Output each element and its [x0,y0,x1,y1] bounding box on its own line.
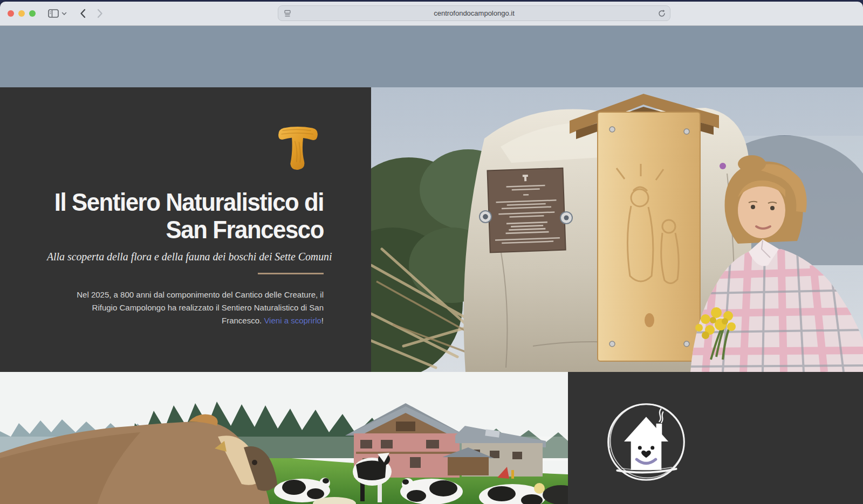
chevron-left-icon [80,9,86,18]
chevron-down-icon [61,12,67,16]
browser-window: centrofondocampolongo.it [0,2,863,504]
hero-section: Il Sentiero Naturalistico di San Frances… [0,87,863,372]
back-button[interactable] [77,8,88,19]
sidebar-menu-chevron[interactable] [61,12,67,16]
page-title: Il Sentiero Naturalistico di San Frances… [32,189,324,243]
accent-rule [258,273,324,274]
trail-marker-photo [371,87,863,372]
hero-intro-panel: Il Sentiero Naturalistico di San Frances… [0,87,371,372]
browser-toolbar: centrofondocampolongo.it [0,2,863,26]
nav-cluster [46,8,106,19]
hero-top-band [0,26,863,87]
hero-subtitle: Alla scoperta della flora e della fauna … [47,250,324,264]
bottom-section [0,372,863,504]
page-settings-icon[interactable] [284,10,291,19]
chevron-right-icon [97,9,103,18]
page-title-line1: Il Sentiero Naturalistico di [32,189,324,216]
rifugio-house-logo-icon [601,397,691,487]
page-title-line2: San Francesco [32,216,324,244]
address-bar[interactable]: centrofondocampolongo.it [278,5,670,21]
sidebar-toggle-button[interactable] [46,8,60,19]
vieni-a-scoprirlo-link[interactable]: Vieni a scoprirlo [264,316,321,325]
refuge-cows-photo [0,372,568,504]
hero-paragraph-end: ! [321,316,324,325]
reload-icon [657,9,666,18]
minimize-button[interactable] [18,10,25,17]
zoom-button[interactable] [29,10,36,17]
url-text: centrofondocampolongo.it [434,9,515,17]
hero-paragraph: Nel 2025, a 800 anni dal componimento de… [70,288,324,327]
tau-cross-icon [16,121,324,175]
traffic-lights [8,10,36,17]
close-button[interactable] [8,10,14,17]
logo-panel [568,372,863,504]
sidebar-icon [48,9,59,18]
forward-button[interactable] [94,8,106,19]
reload-button[interactable] [657,9,666,20]
